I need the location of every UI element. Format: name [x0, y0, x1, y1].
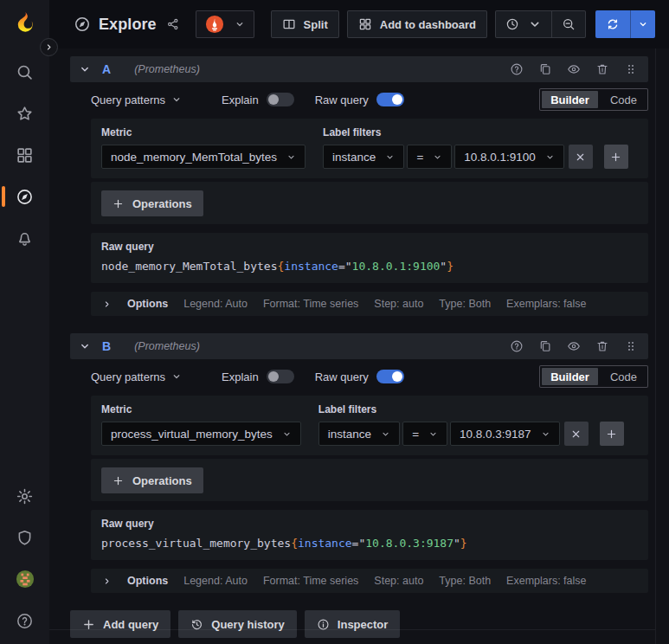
options-exemplars: Exemplars: false	[506, 575, 586, 587]
metric-label: Metric	[101, 126, 306, 138]
raw-query-toggle-label: Raw query	[315, 370, 369, 383]
collapse-chevron-icon[interactable]	[79, 63, 91, 75]
metric-select[interactable]: process_virtual_memory_bytes	[101, 422, 301, 446]
drag-handle-icon[interactable]	[624, 62, 638, 76]
sidebar-item-alerting[interactable]	[16, 229, 35, 248]
query-patterns-dropdown[interactable]: Query patterns	[91, 370, 182, 383]
filter-value: 10.8.0.1:9100	[464, 151, 536, 164]
sidebar-item-search[interactable]	[16, 62, 35, 81]
metric-value: process_virtual_memory_bytes	[111, 428, 273, 441]
disable-query-eye-icon[interactable]	[567, 339, 581, 353]
chevron-down-icon	[282, 429, 292, 439]
builder-mode-option[interactable]: Builder	[542, 91, 598, 108]
raw-query-toggle[interactable]	[376, 370, 404, 383]
query-ref-id[interactable]: B	[102, 339, 111, 353]
add-query-button[interactable]: Add query	[70, 610, 170, 638]
raw-filter-value: 10.8.0.1:9100	[352, 260, 441, 273]
options-title: Options	[127, 298, 168, 310]
remove-filter-button[interactable]	[564, 422, 589, 446]
query-ref-id[interactable]: A	[102, 62, 111, 76]
main-pane: Explore Split Add to dashboard	[49, 0, 669, 644]
query-body-b: Query patterns Explain Raw query Builder…	[91, 366, 648, 593]
filter-operator-select[interactable]: =	[407, 145, 452, 169]
inspector-button[interactable]: Inspector	[305, 610, 401, 638]
raw-query-code: process_virtual_memory_bytes{instance="1…	[101, 537, 638, 550]
raw-metric: node_memory_MemTotal_bytes	[101, 260, 278, 273]
run-query-button[interactable]	[595, 10, 630, 38]
query-patterns-label: Query patterns	[91, 370, 165, 383]
options-type: Type: Both	[439, 298, 491, 310]
add-filter-button[interactable]	[600, 422, 624, 446]
code-mode-option[interactable]: Code	[601, 368, 646, 385]
add-operation-button[interactable]: Operations	[101, 190, 203, 216]
star-icon	[16, 105, 34, 123]
query-options-row-a[interactable]: Options Legend: Auto Format: Time series…	[91, 292, 648, 316]
filter-name-select[interactable]: instance	[318, 422, 400, 446]
filter-operator-value: =	[416, 151, 423, 164]
sidebar-item-admin[interactable]	[16, 528, 35, 547]
operations-panel-a: Operations	[91, 182, 648, 224]
operations-label: Operations	[132, 474, 192, 487]
add-filter-button[interactable]	[604, 145, 628, 169]
explain-toggle[interactable]	[267, 93, 294, 106]
sidebar-item-dashboards[interactable]	[16, 145, 35, 164]
filter-value-select[interactable]: 10.8.0.3:9187	[450, 422, 560, 446]
duplicate-query-icon[interactable]	[538, 62, 552, 76]
raw-query-toggle[interactable]	[376, 93, 404, 106]
collapse-chevron-icon[interactable]	[79, 340, 91, 352]
filter-operator-select[interactable]: =	[402, 422, 447, 446]
drag-handle-icon[interactable]	[624, 339, 638, 353]
delete-query-trash-icon[interactable]	[595, 62, 609, 76]
search-icon	[16, 63, 34, 81]
operations-panel-b: Operations	[91, 459, 648, 501]
datasource-picker[interactable]	[196, 10, 254, 38]
options-title: Options	[127, 575, 168, 587]
label-filters-label: Label filters	[318, 403, 624, 415]
query-history-button[interactable]: Query history	[178, 610, 297, 638]
add-operation-button[interactable]: Operations	[101, 467, 203, 493]
share-icon[interactable]	[166, 17, 180, 31]
raw-query-panel-a: Raw query node_memory_MemTotal_bytes{ins…	[91, 233, 648, 283]
help-circle-icon	[16, 612, 34, 630]
sidebar-expand-button[interactable]	[40, 38, 58, 56]
plus-icon	[113, 198, 124, 209]
raw-metric: process_virtual_memory_bytes	[101, 537, 291, 550]
query-options-row-b[interactable]: Options Legend: Auto Format: Time series…	[91, 569, 648, 593]
explain-label: Explain	[222, 370, 259, 383]
remove-filter-button[interactable]	[569, 145, 593, 169]
sidebar-item-configuration[interactable]	[16, 486, 35, 506]
sidebar-item-help[interactable]	[16, 611, 35, 630]
metric-select[interactable]: node_memory_MemTotal_bytes	[101, 145, 306, 169]
help-circle-icon[interactable]	[510, 339, 524, 353]
builder-mode-option[interactable]: Builder	[542, 368, 598, 385]
metric-field: Metric node_memory_MemTotal_bytes	[101, 126, 306, 169]
raw-query-label: Raw query	[101, 241, 638, 253]
sidebar-item-explore[interactable]	[16, 187, 35, 206]
query-patterns-dropdown[interactable]: Query patterns	[91, 93, 182, 106]
split-label: Split	[304, 18, 328, 31]
filter-value-select[interactable]: 10.8.0.1:9100	[454, 145, 564, 169]
options-legend: Legend: Auto	[183, 575, 248, 587]
split-button[interactable]: Split	[271, 10, 339, 38]
code-mode-option[interactable]: Code	[601, 91, 646, 108]
query-patterns-label: Query patterns	[91, 93, 165, 106]
sidebar-item-profile[interactable]	[16, 570, 35, 589]
raw-query-code: node_memory_MemTotal_bytes{instance="10.…	[101, 260, 638, 273]
chevron-down-icon	[171, 94, 182, 105]
raw-filter-name: instance	[284, 260, 338, 273]
add-to-dashboard-button[interactable]: Add to dashboard	[347, 10, 487, 38]
chevron-down-icon	[428, 429, 438, 439]
help-circle-icon[interactable]	[510, 62, 524, 76]
chevron-down-icon	[385, 152, 395, 162]
time-picker-button[interactable]	[496, 11, 551, 37]
sidebar-item-starred[interactable]	[16, 104, 35, 123]
explain-toggle[interactable]	[267, 370, 294, 383]
filter-name-select[interactable]: instance	[323, 145, 404, 169]
disable-query-eye-icon[interactable]	[567, 62, 581, 76]
duplicate-query-icon[interactable]	[538, 339, 552, 353]
metric-value: node_memory_MemTotal_bytes	[111, 151, 277, 164]
zoom-out-button[interactable]	[552, 11, 585, 37]
refresh-interval-dropdown[interactable]	[631, 10, 655, 38]
delete-query-trash-icon[interactable]	[595, 339, 609, 353]
grafana-logo[interactable]	[12, 10, 38, 36]
